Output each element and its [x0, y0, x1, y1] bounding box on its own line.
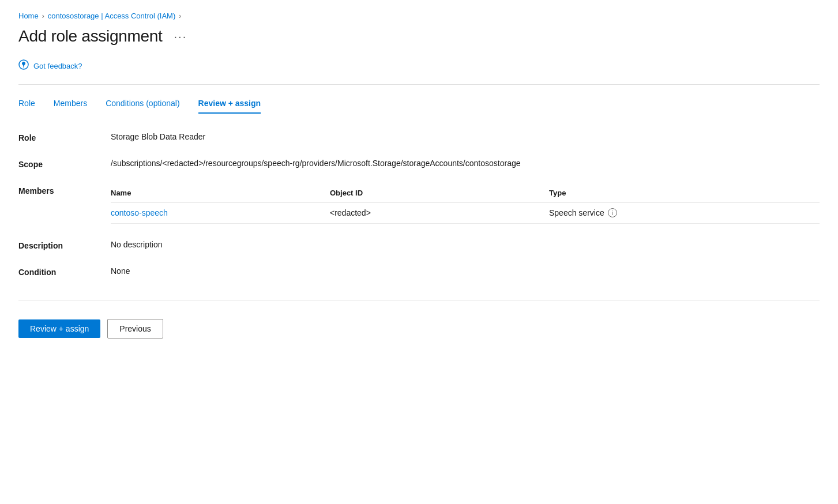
member-type-text: Speech service	[549, 208, 604, 217]
role-field-row: Role Storage Blob Data Reader	[18, 132, 820, 142]
tab-navigation: Role Members Conditions (optional) Revie…	[18, 99, 820, 114]
scope-label: Scope	[18, 159, 111, 169]
info-icon[interactable]: i	[608, 208, 617, 217]
members-label: Members	[18, 185, 111, 195]
condition-field-row: Condition None	[18, 266, 820, 277]
tab-conditions[interactable]: Conditions (optional)	[106, 99, 179, 114]
page-title: Add role assignment	[18, 27, 163, 46]
feedback-icon	[18, 59, 29, 73]
members-table-container: Name Object ID Type contoso-speech <reda…	[111, 185, 820, 224]
col-name: Name	[111, 185, 330, 202]
breadcrumb-home[interactable]: Home	[18, 12, 39, 20]
feedback-label: Got feedback?	[33, 62, 82, 70]
footer-divider	[18, 300, 820, 300]
breadcrumb-sep-1: ›	[42, 12, 44, 20]
more-options-button[interactable]: ···	[170, 28, 192, 46]
feedback-bar[interactable]: Got feedback?	[18, 59, 820, 73]
breadcrumb-sep-2: ›	[179, 12, 181, 20]
tab-members[interactable]: Members	[54, 99, 87, 114]
header-divider	[18, 84, 820, 85]
members-table-header-row: Name Object ID Type	[111, 185, 820, 202]
table-row: contoso-speech <redacted> Speech service…	[111, 202, 820, 224]
content-section: Role Storage Blob Data Reader Scope /sub…	[18, 132, 820, 277]
condition-label: Condition	[18, 266, 111, 277]
breadcrumb-iam[interactable]: contosostorage | Access Control (IAM)	[48, 12, 176, 20]
description-value: No description	[111, 240, 163, 249]
member-type: Speech service i	[549, 202, 820, 224]
members-table: Name Object ID Type contoso-speech <reda…	[111, 185, 820, 224]
page-header: Add role assignment ···	[18, 27, 820, 46]
role-value: Storage Blob Data Reader	[111, 132, 205, 141]
member-name: contoso-speech	[111, 202, 330, 224]
col-type: Type	[549, 185, 820, 202]
bottom-actions: Review + assign Previous	[18, 314, 820, 338]
svg-point-1	[23, 66, 24, 67]
description-label: Description	[18, 240, 111, 250]
scope-value: /subscriptions/<redacted>/resourcegroups…	[111, 159, 521, 168]
tab-role[interactable]: Role	[18, 99, 35, 114]
page-container: Home › contosostorage | Access Control (…	[0, 0, 838, 357]
condition-value: None	[111, 266, 130, 276]
col-object-id: Object ID	[330, 185, 549, 202]
role-label: Role	[18, 132, 111, 142]
scope-field-row: Scope /subscriptions/<redacted>/resource…	[18, 159, 820, 169]
tab-review-assign[interactable]: Review + assign	[198, 99, 261, 114]
member-object-id: <redacted>	[330, 202, 549, 224]
previous-button[interactable]: Previous	[107, 319, 163, 338]
breadcrumb: Home › contosostorage | Access Control (…	[18, 12, 820, 20]
members-field-row: Members Name Object ID Type contoso-spee…	[18, 185, 820, 224]
review-assign-button[interactable]: Review + assign	[18, 319, 100, 338]
description-field-row: Description No description	[18, 240, 820, 250]
